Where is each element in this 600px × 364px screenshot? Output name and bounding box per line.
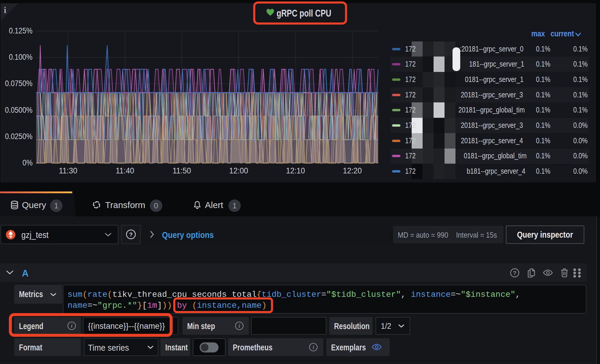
svg-text:i: i	[239, 323, 240, 329]
svg-text:?: ?	[129, 231, 133, 238]
svg-text:?: ?	[513, 270, 516, 276]
svg-text:i: i	[313, 344, 314, 350]
